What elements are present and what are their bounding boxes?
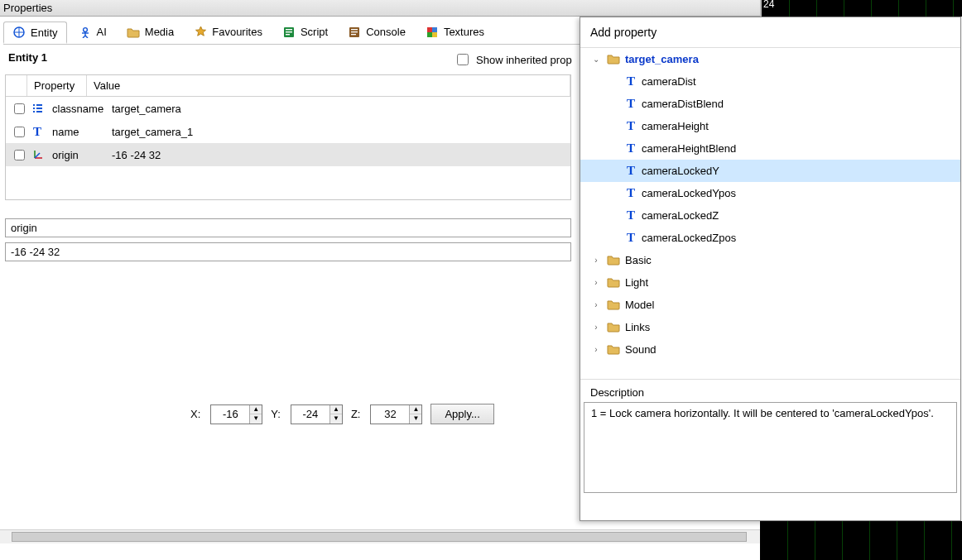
tab-entity[interactable]: Entity [3,22,67,44]
axis-icon [27,146,47,163]
tree-property-item[interactable]: TcameraHeightBlend [580,137,960,160]
value-field[interactable]: -16 -24 32 [5,242,571,261]
tree-root-item[interactable]: ⌄target_camera [580,48,960,70]
scrollbar-thumb[interactable] [12,532,747,542]
text-icon: T [625,119,637,133]
table-header: Property Value [6,75,570,97]
tab-label: Entity [31,26,58,39]
x-spinner[interactable]: ▲▼ [210,404,262,424]
tree-property-item[interactable]: TcameraDist [580,70,960,93]
tree-group-item[interactable]: ›Sound [580,338,960,361]
text-icon: T [625,186,637,200]
tree-root-label: target_camera [625,53,699,65]
svg-rect-15 [351,34,356,35]
svg-rect-20 [33,104,35,106]
tree-property-item[interactable]: TcameraLockedYpos [580,182,960,204]
tab-console[interactable]: Console [339,22,414,42]
tree-group-item[interactable]: ›Links [580,316,960,338]
tree-group-label: Light [625,276,648,289]
tree-property-label: cameraDist [642,75,696,88]
tree-property-item[interactable]: TcameraDistBlend [580,93,960,115]
z-spinner[interactable]: ▲▼ [370,404,422,424]
svg-rect-21 [36,104,42,106]
tab-media[interactable]: Media [118,22,182,42]
expand-icon[interactable]: › [590,345,602,354]
apply-button[interactable]: Apply... [430,404,493,424]
spin-up-icon[interactable]: ▲ [410,405,421,414]
tree-group-label: Model [625,299,654,311]
y-input[interactable] [291,406,329,422]
folder-icon [127,26,140,39]
horizontal-scrollbar[interactable] [0,529,760,543]
table-row[interactable]: origin -16 -24 32 [6,143,570,166]
property-value: target_camera [107,100,570,117]
expand-icon[interactable]: › [590,323,602,332]
key-value-editor: origin -16 -24 32 [5,218,571,261]
expand-icon[interactable]: › [590,300,602,309]
ai-icon [79,26,92,39]
spin-up-icon[interactable]: ▲ [250,405,262,414]
tab-script[interactable]: Script [274,22,336,42]
table-row[interactable]: classname target_camera [6,97,570,120]
svg-rect-9 [286,29,292,30]
text-icon: T [625,231,637,245]
svg-rect-23 [36,108,42,109]
property-value: target_camera_1 [107,123,570,141]
svg-rect-10 [286,31,292,32]
folder-icon [607,299,620,310]
table-row[interactable]: T name target_camera_1 [6,120,570,143]
column-property[interactable]: Property [27,75,87,96]
tree-group-label: Links [625,321,650,333]
description-label: Description [580,380,960,402]
spin-down-icon[interactable]: ▼ [330,414,342,424]
expand-icon[interactable]: › [590,256,602,265]
property-value: -16 -24 32 [107,146,570,164]
tree-group-item[interactable]: ›Light [580,271,960,294]
expand-icon[interactable]: › [590,278,602,287]
tree-property-item[interactable]: TcameraLockedY [580,160,960,182]
svg-line-28 [35,153,40,158]
tree-group-item[interactable]: ›Basic [580,249,960,271]
property-name: name [47,123,107,141]
xyz-editor: X: ▲▼ Y: ▲▼ Z: ▲▼ Apply... [190,404,494,424]
panel-title: Properties [0,0,760,17]
tree-property-item[interactable]: TcameraHeight [580,115,960,137]
row-checkbox[interactable] [14,103,25,114]
svg-rect-19 [432,32,437,37]
timeline-frame-label: 24 [763,0,774,10]
svg-point-3 [83,27,87,31]
tree-group-item[interactable]: ›Model [580,294,960,316]
z-input[interactable] [371,406,409,422]
text-icon: T [625,164,637,178]
show-inherited-input[interactable] [457,54,469,65]
row-checkbox[interactable] [14,150,25,160]
text-icon: T [27,122,47,141]
expand-icon[interactable]: ⌄ [590,55,602,64]
tree-property-item[interactable]: TcameraLockedZpos [580,227,960,249]
svg-rect-16 [427,27,432,32]
tree-property-label: cameraLockedYpos [642,187,736,199]
show-inherited-checkbox[interactable]: Show inherited prop [454,51,572,68]
column-value[interactable]: Value [87,75,570,96]
tab-label: Script [301,26,328,38]
tab-ai[interactable]: AI [70,22,115,42]
tree-property-item[interactable]: TcameraLockedZ [580,204,960,227]
spin-down-icon[interactable]: ▼ [250,414,262,424]
entity-icon [12,26,26,39]
x-input[interactable] [211,406,249,422]
y-spinner[interactable]: ▲▼ [291,404,343,424]
svg-rect-25 [36,111,42,112]
tree-property-label: cameraHeightBlend [642,142,736,155]
spin-up-icon[interactable]: ▲ [330,405,342,414]
key-field[interactable]: origin [5,218,571,237]
tab-textures[interactable]: Textures [417,22,493,42]
tab-label: Favourites [212,26,262,38]
spin-down-icon[interactable]: ▼ [410,414,421,424]
row-checkbox[interactable] [14,127,25,137]
tab-favourites[interactable]: Favourites [185,22,271,42]
tree-property-label: cameraLockedZ [642,209,719,222]
add-property-title: Add property [580,17,960,47]
text-icon: T [625,74,637,89]
svg-rect-24 [33,111,35,112]
show-inherited-label: Show inherited prop [476,54,572,66]
